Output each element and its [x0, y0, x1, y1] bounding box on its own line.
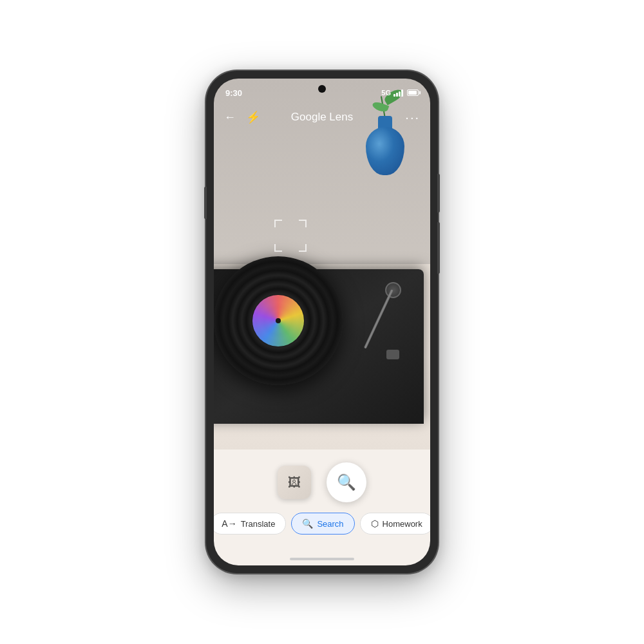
scan-frame	[274, 220, 307, 252]
camera-view	[214, 79, 430, 450]
volume-button	[437, 222, 440, 274]
scan-corner-bl	[274, 244, 282, 252]
scan-corner-br	[299, 244, 307, 252]
homework-label: Homework	[383, 519, 422, 529]
flash-button[interactable]: ⚡	[246, 110, 260, 124]
back-button[interactable]: ←	[224, 111, 236, 124]
action-tabs: A→ Translate 🔍 Search ⬡ Homework	[214, 510, 430, 537]
tonearm-head	[386, 350, 399, 359]
power-button	[437, 174, 440, 213]
tonearm-arm	[364, 289, 393, 348]
navigation-bar: ← ⚡ Google Lens ···	[214, 102, 430, 133]
more-options-button[interactable]: ···	[405, 110, 420, 125]
phone-screen: 9:30 5G ← ⚡ Google Lens ···	[214, 79, 430, 565]
network-indicator: 5G	[381, 89, 391, 97]
status-time: 9:30	[225, 88, 242, 98]
lens-search-button[interactable]: 🔍	[327, 462, 366, 502]
turntable	[214, 256, 424, 424]
signal-icon	[393, 89, 403, 97]
translate-tab[interactable]: A→ Translate	[214, 513, 286, 535]
scan-corner-tr	[299, 220, 307, 227]
homework-tab[interactable]: ⬡ Homework	[360, 513, 430, 535]
search-label: Search	[317, 519, 343, 529]
front-camera	[318, 85, 326, 93]
turntable-body	[214, 269, 424, 424]
translate-label: Translate	[241, 519, 276, 529]
camera-controls: 🖼 🔍	[278, 450, 366, 510]
phone-device: 9:30 5G ← ⚡ Google Lens ···	[206, 71, 438, 573]
homework-icon: ⬡	[371, 518, 379, 529]
search-tab[interactable]: 🔍 Search	[291, 513, 354, 535]
thumbnail-button[interactable]: 🖼	[278, 466, 311, 499]
search-tab-icon: 🔍	[302, 518, 313, 529]
status-icons: 5G	[381, 89, 419, 97]
translate-icon: A→	[222, 518, 236, 529]
vinyl-record	[214, 256, 343, 385]
thumbnail-icon: 🖼	[288, 475, 301, 490]
battery-icon	[407, 90, 419, 96]
bottom-panel: 🖼 🔍 A→ Translate 🔍 Search ⬡	[214, 450, 430, 565]
app-title: Google Lens	[291, 111, 353, 124]
home-indicator	[290, 558, 354, 560]
tonearm	[353, 282, 404, 372]
vase-body	[366, 127, 404, 175]
vinyl-center-hole	[276, 318, 281, 323]
scan-corner-tl	[274, 220, 282, 227]
search-lens-icon: 🔍	[337, 473, 356, 491]
silent-button	[204, 187, 207, 219]
nav-left-controls: ← ⚡	[224, 110, 260, 124]
